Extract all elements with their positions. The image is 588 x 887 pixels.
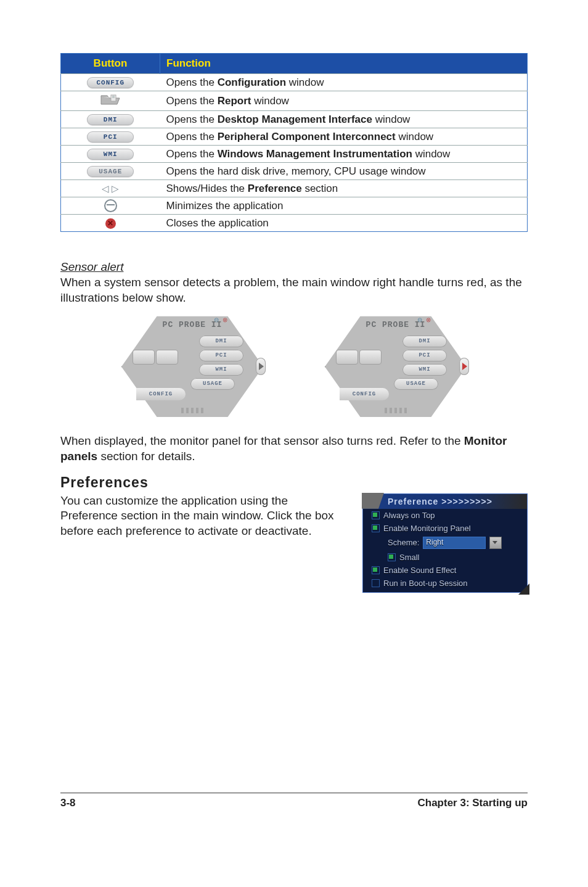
preference-panel-header: Preference >>>>>>>>> [363,494,527,509]
pref-run-boot[interactable]: Run in Boot-up Session [363,577,527,590]
probe-meters [336,350,388,372]
usage-button-icon: USAGE [87,166,134,177]
pref-label: Enable Sound Effect [383,566,456,575]
probe-handle [256,358,266,375]
pref-scheme-row: Scheme: Right [363,535,527,551]
probe-alert: ⊖ ⊗ PC PROBE II DMI PCI WMI USAGE CONFIG [325,314,467,419]
probe-title: PC PROBE II [121,320,263,329]
th-button: Button [61,54,160,74]
sensor-alert-para1: When a system sensor detects a problem, … [60,275,528,305]
prev-next-icon: ◁ ▷ [102,183,119,194]
report-folder-icon [100,93,121,109]
panel-corner-icon [518,584,529,595]
checkbox-icon[interactable] [372,524,380,532]
page-footer: 3-8 Chapter 3: Starting up [0,793,588,809]
table-row: ◁ ▷ Shows/Hides the Preference section [61,180,528,197]
table-row: Opens the Report window [61,91,528,111]
probe-wmi-tab: WMI [402,364,447,376]
probe-config-tab: CONFIG [340,388,389,400]
table-row: ✕ Closes the application [61,215,528,232]
table-row: Minimizes the application [61,197,528,215]
pref-label: Enable Monitoring Panel [383,524,471,533]
checkbox-icon[interactable] [372,566,380,574]
wmi-button-icon: WMI [87,149,134,160]
table-row: USAGE Opens the hard disk drive, memory,… [61,163,528,180]
probe-config-tab: CONFIG [136,388,186,400]
probe-meters [133,350,184,372]
preference-panel: Preference >>>>>>>>> Always on Top Enabl… [362,493,528,593]
checkbox-icon[interactable] [372,511,380,519]
func-cell: Opens the Peripheral Component Interconn… [160,128,528,146]
probe-usage-tab: USAGE [394,378,438,390]
chapter-label: Chapter 3: Starting up [417,797,528,809]
pref-enable-sound[interactable]: Enable Sound Effect [363,564,527,577]
sensor-alert-heading: Sensor alert [60,260,528,274]
probe-usage-tab: USAGE [190,378,235,390]
button-function-table: Button Function CONFIG Opens the Configu… [60,53,528,232]
table-row: CONFIG Opens the Configuration window [61,74,528,91]
func-cell: Opens the Configuration window [160,74,528,91]
probe-illustrations: ⊖ ⊗ PC PROBE II DMI PCI WMI USAGE CONFIG… [60,314,528,419]
pref-label: Small [399,553,420,562]
func-cell: Opens the Report window [160,91,528,111]
func-cell: Closes the application [160,215,528,232]
sensor-alert-para2: When displayed, the monitor panel for th… [60,434,528,464]
pref-small[interactable]: Small [363,551,527,564]
pref-label: Always on Top [383,511,435,520]
func-cell: Minimizes the application [160,197,528,215]
checkbox-icon[interactable] [372,579,380,587]
probe-handle-alert [459,358,469,375]
table-row: PCI Opens the Peripheral Component Inter… [61,128,528,146]
preferences-para: You can customize the application using … [60,493,338,584]
checkbox-icon[interactable] [388,553,396,561]
probe-normal: ⊖ ⊗ PC PROBE II DMI PCI WMI USAGE CONFIG [121,314,263,419]
probe-title: PC PROBE II [325,320,467,329]
pref-scheme-label: Scheme: [388,538,419,547]
config-button-icon: CONFIG [87,77,134,88]
preferences-heading: Preferences [60,474,528,491]
func-cell: Opens the Windows Management Instrumenta… [160,146,528,163]
table-row: DMI Opens the Desktop Management Interfa… [61,111,528,128]
probe-pci-tab: PCI [402,350,447,361]
close-icon: ✕ [105,218,116,229]
pref-label: Run in Boot-up Session [383,579,468,588]
probe-pci-tab: PCI [199,350,243,361]
minimize-icon [104,199,117,212]
func-cell: Opens the Desktop Management Interface w… [160,111,528,128]
probe-dmi-tab: DMI [199,336,243,347]
probe-dmi-tab: DMI [402,336,447,347]
pref-enable-monitoring[interactable]: Enable Monitoring Panel [363,522,527,535]
pref-scheme-select[interactable]: Right [423,537,486,549]
svg-marker-0 [101,96,120,104]
table-row: WMI Opens the Windows Management Instrum… [61,146,528,163]
probe-wmi-tab: WMI [199,364,243,376]
dropdown-icon[interactable] [489,537,502,549]
th-function: Function [160,54,528,74]
func-cell: Shows/Hides the Preference section [160,180,528,197]
pci-button-icon: PCI [87,131,134,142]
pref-always-on-top[interactable]: Always on Top [363,509,527,522]
page-number: 3-8 [60,797,76,809]
func-cell: Opens the hard disk drive, memory, CPU u… [160,163,528,180]
dmi-button-icon: DMI [87,114,134,125]
